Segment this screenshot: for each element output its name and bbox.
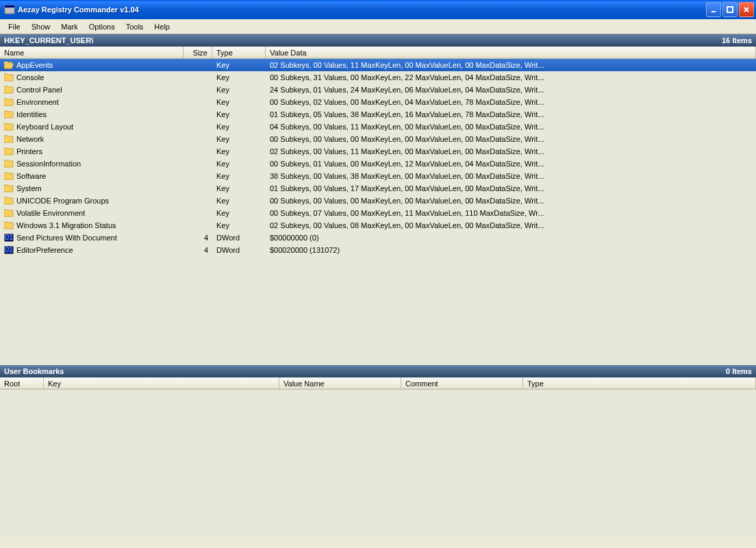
item-name: SessionInformation [16,160,81,168]
list-item[interactable]: EnvironmentKey00 Subkeys, 02 Values, 00 … [0,96,756,108]
main-column-header: Name Size Type Value Data [0,47,756,59]
item-size: 4 [184,233,212,242]
item-size [184,151,212,152]
item-type: Key [212,184,266,193]
menu-show[interactable]: Show [26,21,56,32]
item-name: Printers [16,147,42,155]
menu-options[interactable]: Options [84,21,121,32]
item-type: Key [212,208,266,218]
list-item[interactable]: AppEventsKey02 Subkeys, 00 Values, 11 Ma… [0,59,756,71]
item-type: Key [212,159,266,169]
list-item[interactable]: PrintersKey02 Subkeys, 00 Values, 11 Max… [0,145,756,158]
titlebar: Aezay Registry Commander v1.04 [0,0,756,19]
maximize-button[interactable] [722,2,738,17]
col-value-name[interactable]: Value Name [279,377,401,389]
item-type: Key [212,196,266,206]
list-item[interactable]: Windows 3.1 Migration StatusKey02 Subkey… [0,219,756,232]
item-value-data: $00000000 (0) [266,233,756,242]
bookmarks-column-header: Root Key Value Name Comment Type [0,377,756,390]
list-item[interactable]: NetworkKey00 Subkeys, 00 Values, 00 MaxK… [0,133,756,145]
item-size [184,114,212,115]
col-type[interactable]: Type [212,47,266,58]
list-item[interactable]: 01Send Pictures With Document4DWord$0000… [0,232,756,244]
col-value-data[interactable]: Value Data [266,47,756,58]
item-value-data: $00020000 (131072) [266,245,756,255]
item-type: Key [212,110,266,119]
item-name: Windows 3.1 Migration Status [16,221,116,229]
list-item[interactable]: IdentitiesKey01 Subkeys, 05 Values, 38 M… [0,108,756,121]
folder-icon [4,160,14,168]
item-count: 16 Items [722,36,752,45]
bookmarks-title: User Bookmarks [4,367,726,375]
list-item[interactable]: SoftwareKey38 Subkeys, 00 Values, 38 Max… [0,170,756,182]
list-item[interactable]: 01EditorPreference4DWord$00020000 (13107… [0,244,756,256]
item-value-data: 00 Subkeys, 01 Values, 00 MaxKeyLen, 12 … [266,159,756,169]
folder-icon [4,135,14,143]
svg-text:01: 01 [5,233,13,241]
col-name[interactable]: Name [0,47,184,58]
item-type: Key [212,73,266,82]
bookmarks-count: 0 Items [726,367,752,375]
item-value-data: 00 Subkeys, 02 Values, 00 MaxKeyLen, 04 … [266,97,756,107]
bookmarks-list[interactable] [0,390,756,538]
list-item[interactable]: Keyboard LayoutKey04 Subkeys, 00 Values,… [0,121,756,133]
item-size [184,225,212,226]
folder-icon [4,147,14,155]
item-size: 4 [184,245,212,255]
col-key[interactable]: Key [44,377,279,389]
item-size [184,126,212,127]
svg-text:01: 01 [5,245,13,253]
item-name: Console [16,73,44,82]
list-item[interactable]: SystemKey01 Subkeys, 00 Values, 17 MaxKe… [0,182,756,195]
item-size [184,138,212,140]
item-name: AppEvents [16,61,53,69]
menu-tools[interactable]: Tools [121,21,149,32]
bookmarks-header: User Bookmarks 0 Items [0,365,756,377]
list-item[interactable]: UNICODE Program GroupsKey00 Subkeys, 00 … [0,195,756,207]
item-value-data: 38 Subkeys, 00 Values, 38 MaxKeyLen, 00 … [266,171,756,181]
menu-file[interactable]: File [3,21,26,32]
item-value-data: 04 Subkeys, 00 Values, 11 MaxKeyLen, 00 … [266,122,756,132]
folder-icon [4,172,14,180]
item-name: Control Panel [16,86,62,94]
item-name: Environment [16,98,59,106]
col-comment[interactable]: Comment [401,377,523,389]
list-item[interactable]: SessionInformationKey00 Subkeys, 01 Valu… [0,158,756,170]
item-size [184,175,212,177]
item-value-data: 02 Subkeys, 00 Values, 08 MaxKeyLen, 00 … [266,221,756,230]
item-type: Key [212,97,266,107]
svg-rect-1 [5,5,14,8]
item-name: Identities [16,110,47,119]
registry-path-header: HKEY_CURRENT_USER\ 16 Items [0,34,756,47]
item-name: Keyboard Layout [16,123,73,131]
list-item[interactable]: ConsoleKey00 Subkeys, 31 Values, 00 MaxK… [0,71,756,84]
item-type: Key [212,122,266,132]
item-size [184,89,212,90]
item-type: Key [212,171,266,181]
item-type: Key [212,147,266,156]
list-item[interactable]: Control PanelKey24 Subkeys, 01 Values, 2… [0,84,756,96]
folder-icon [4,86,14,94]
item-type: DWord [212,245,266,255]
col-root[interactable]: Root [0,377,44,389]
list-item[interactable]: Volatile EnvironmentKey00 Subkeys, 07 Va… [0,207,756,219]
item-type: Key [212,134,266,144]
folder-icon [4,98,14,106]
folder-icon [4,73,14,82]
item-size [184,212,212,214]
item-type: Key [212,221,266,230]
close-button[interactable] [739,2,754,17]
folder-icon [4,221,14,229]
col-size[interactable]: Size [184,47,212,58]
registry-list[interactable]: AppEventsKey02 Subkeys, 00 Values, 11 Ma… [0,59,756,365]
folder-icon [4,123,14,131]
folder-icon [4,209,14,217]
item-name: Software [16,172,46,180]
item-size [184,200,212,201]
minimize-button[interactable] [706,2,721,17]
menu-help[interactable]: Help [149,21,175,32]
item-size [184,163,212,164]
item-type: Key [212,85,266,95]
menu-mark[interactable]: Mark [55,21,83,32]
col-bookmark-type[interactable]: Type [523,377,756,389]
